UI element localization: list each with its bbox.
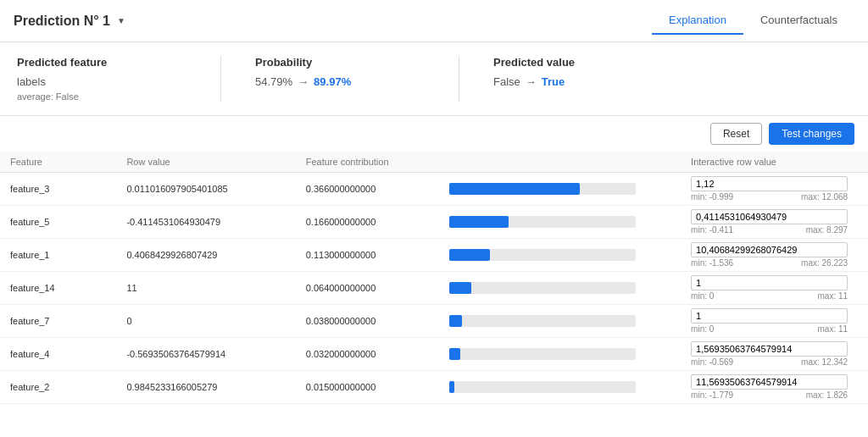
feature-name: feature_7 [10, 316, 49, 326]
bar-fill [449, 348, 460, 360]
header: Prediction N° 1 ▼ Explanation Counterfac… [0, 0, 868, 42]
interactive-input[interactable] [691, 341, 848, 357]
tab-explanation[interactable]: Explanation [652, 7, 743, 35]
row-value: -0.4114531064930479 [126, 217, 220, 227]
contribution-value: 0.032000000000 [306, 349, 376, 359]
interactive-cell: min: 0 max: 11 [681, 305, 868, 338]
max-label: max: 11 [818, 291, 849, 301]
table-section: Feature Row value Feature contribution I… [0, 152, 868, 419]
contribution-cell: 0.032000000000 [296, 338, 439, 371]
max-label: max: 11 [818, 324, 849, 334]
bar-container [449, 249, 636, 261]
bar-cell [439, 305, 681, 338]
row-value-cell: 0 [116, 305, 295, 338]
min-label: min: -0.411 [691, 225, 733, 235]
predicted-feature-sub: average: False [17, 91, 186, 102]
feature-name-cell: feature_7 [0, 305, 116, 338]
summary-probability: Probability 54.79% → 89.97% [255, 56, 425, 102]
controls-row: Reset Test changes [0, 116, 868, 152]
bar-fill [449, 381, 455, 393]
min-label: min: -0.999 [691, 192, 733, 202]
feature-name: feature_5 [10, 217, 49, 227]
interactive-cell: min: 0 max: 11 [681, 272, 868, 305]
table-row: feature_7 0 0.038000000000 min: 0 max: 1… [0, 305, 868, 338]
interactive-meta: min: -0.999 max: 12.068 [691, 192, 848, 202]
table-header-row: Feature Row value Feature contribution I… [0, 152, 868, 173]
features-table: Feature Row value Feature contribution I… [0, 152, 868, 404]
bar-cell [439, 206, 681, 239]
dropdown-icon[interactable]: ▼ [117, 16, 125, 25]
contribution-cell: 0.166000000000 [296, 206, 439, 239]
row-value-cell: 0.011016097905401085 [116, 173, 295, 206]
min-label: min: 0 [691, 291, 714, 301]
row-value-cell: 0.9845233166005279 [116, 371, 295, 404]
interactive-meta: min: -1.536 max: 26.223 [691, 258, 848, 268]
interactive-cell: min: -0.411 max: 8.297 [681, 206, 868, 239]
max-label: max: 1.826 [806, 390, 848, 400]
interactive-input[interactable] [691, 308, 848, 324]
predicted-feature-value: labels [17, 75, 186, 88]
table-row: feature_2 0.9845233166005279 0.015000000… [0, 371, 868, 404]
probability-value: 54.79% → 89.97% [255, 75, 425, 88]
interactive-cell: min: -0.569 max: 12.342 [681, 338, 868, 371]
interactive-cell: min: -1.779 max: 1.826 [681, 371, 868, 404]
predicted-value-value: False → True [493, 75, 663, 88]
interactive-input[interactable] [691, 176, 848, 191]
feature-name: feature_3 [10, 184, 49, 194]
contribution-cell: 0.113000000000 [296, 239, 439, 272]
row-value: 0.4068429926807429 [126, 250, 217, 260]
row-value: 11 [126, 283, 136, 293]
tab-counterfactuals[interactable]: Counterfactuals [743, 7, 854, 35]
feature-name-cell: feature_1 [0, 239, 116, 272]
interactive-meta: min: 0 max: 11 [691, 291, 848, 301]
col-header-feature: Feature [0, 152, 116, 173]
interactive-cell: min: -0.999 max: 12.068 [681, 173, 868, 206]
feature-name-cell: feature_2 [0, 371, 116, 404]
interactive-input[interactable] [691, 242, 848, 257]
interactive-input[interactable] [691, 374, 848, 390]
contribution-cell: 0.015000000000 [296, 371, 439, 404]
interactive-input[interactable] [691, 209, 848, 224]
divider-1 [220, 56, 221, 102]
interactive-meta: min: -0.411 max: 8.297 [691, 225, 848, 235]
summary-section: Predicted feature labels average: False … [0, 42, 868, 116]
bar-cell [439, 272, 681, 305]
row-value: 0.011016097905401085 [126, 184, 227, 194]
interactive-cell: min: -1.536 max: 26.223 [681, 239, 868, 272]
col-header-rowval: Row value [116, 152, 295, 173]
header-left: Prediction N° 1 ▼ [14, 14, 125, 29]
row-value-cell: -0.4114531064930479 [116, 206, 295, 239]
test-changes-button[interactable]: Test changes [769, 123, 854, 145]
contribution-value: 0.038000000000 [306, 316, 376, 326]
row-value: 0 [126, 316, 131, 326]
predicted-value-from: False [493, 75, 520, 88]
bar-container [449, 216, 636, 228]
page-title: Prediction N° 1 [14, 14, 110, 29]
probability-from: 54.79% [255, 75, 292, 88]
max-label: max: 12.342 [801, 357, 848, 367]
interactive-meta: min: 0 max: 11 [691, 324, 848, 334]
contribution-value: 0.015000000000 [306, 382, 376, 392]
predicted-value-to: True [542, 75, 565, 88]
contribution-cell: 0.038000000000 [296, 305, 439, 338]
bar-container [449, 315, 636, 327]
min-label: min: -0.569 [691, 357, 733, 367]
interactive-input[interactable] [691, 275, 848, 290]
feature-name: feature_14 [10, 283, 55, 293]
bar-container [449, 183, 636, 195]
predicted-feature-label: Predicted feature [17, 56, 186, 69]
bar-cell [439, 173, 681, 206]
min-label: min: 0 [691, 324, 714, 334]
reset-button[interactable]: Reset [710, 123, 762, 145]
feature-name: feature_4 [10, 349, 49, 359]
bar-cell [439, 338, 681, 371]
bar-fill [449, 249, 490, 261]
table-row: feature_3 0.011016097905401085 0.3660000… [0, 173, 868, 206]
predicted-value-label: Predicted value [493, 56, 663, 69]
contribution-value: 0.064000000000 [306, 283, 376, 293]
feature-name: feature_2 [10, 382, 49, 392]
max-label: max: 8.297 [806, 225, 848, 235]
min-label: min: -1.536 [691, 258, 733, 268]
feature-name: feature_1 [10, 250, 49, 260]
row-value-cell: 0.4068429926807429 [116, 239, 295, 272]
